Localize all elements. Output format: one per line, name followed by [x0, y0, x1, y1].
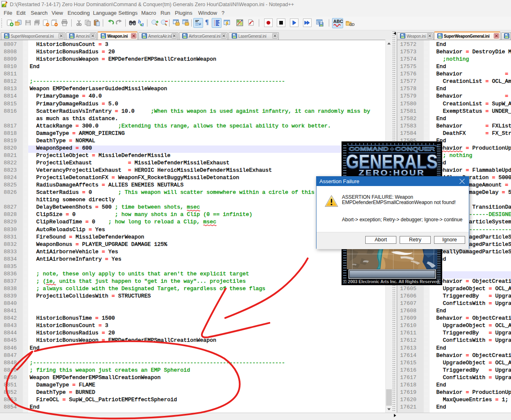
svg-text:ZERO:HOUR: ZERO:HOUR	[359, 168, 425, 177]
svg-text:a: a	[141, 21, 144, 27]
svg-text:© 2003 Electronic Arts Inc. Al: © 2003 Electronic Arts Inc. All Rights R…	[344, 279, 440, 284]
svg-text:TM: TM	[435, 145, 439, 148]
